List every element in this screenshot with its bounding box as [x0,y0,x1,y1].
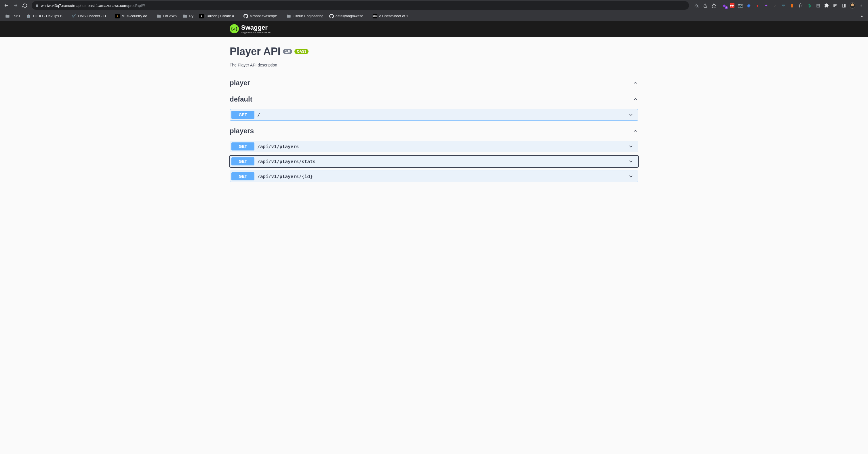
lock-icon [35,4,38,7]
folder-icon [183,14,187,19]
chevron-down-icon [628,112,637,118]
bookmark-item[interactable]: Py [181,12,196,20]
operation-block[interactable]: GET/api/v1/players [230,141,638,152]
bookmark-label: detailyang/aweso… [336,14,367,18]
browser-chrome: whrtwu43q7.execute-api.us-east-1.amazona… [0,0,868,21]
github-icon [329,14,334,19]
bookmark-label: Multi-country do… [121,14,151,18]
chevron-down-icon [628,143,637,149]
bookmark-star-icon[interactable] [711,3,717,8]
forward-button[interactable] [11,1,20,9]
swagger-brand-subtext: Supported by SMARTBEAR [241,31,271,33]
bookmark-label: Github Engineering [293,14,323,18]
tag-header[interactable]: default [230,92,638,106]
bookmark-label: airbnb/javascript:… [250,14,281,18]
bookmark-item[interactable]: ✔️DNS Checker - D… [69,12,112,20]
extension-icon-8[interactable]: ⚛ [780,3,786,8]
bookmark-favicon: C [199,14,204,19]
url-actions [692,3,718,8]
bookmark-item[interactable]: DEVA CheatSheet of 1… [370,12,414,20]
extension-icon-1[interactable]: ◆ [721,3,727,8]
operations-list: GET/ [230,109,638,121]
github-icon [244,14,248,19]
operation-path: / [257,112,628,118]
bookmark-item[interactable]: airbnb/javascript:… [241,12,283,20]
operation-block[interactable]: GET/api/v1/players/{id} [230,171,638,182]
api-version-badge: 1.0 [283,49,292,54]
url-text: whrtwu43q7.execute-api.us-east-1.amazona… [41,3,145,8]
side-panel-icon[interactable] [841,3,847,8]
http-method-badge: GET [231,172,254,181]
bookmark-label: Py [189,14,193,18]
reload-button[interactable] [21,1,29,9]
reading-list-icon[interactable] [832,3,838,8]
tag-header[interactable]: player [230,76,638,90]
svg-point-4 [861,5,862,6]
folder-icon [157,14,161,19]
http-method-badge: GET [231,157,254,165]
extension-icon-3[interactable]: 📷 [737,3,743,8]
browser-menu-button[interactable] [858,3,864,8]
folder-icon [286,14,291,19]
bookmark-item[interactable]: Github Engineering [284,12,326,20]
operation-path: /api/v1/players/stats [257,159,628,164]
api-title: Player API [230,45,281,58]
tag-name: player [230,79,250,87]
svg-point-3 [861,4,862,5]
bookmarks-bar: ES6+🤖TODO - DevOps B…✔️DNS Checker - D…C… [0,11,868,21]
extension-icon-2[interactable]: ▶▶ [730,3,735,8]
profile-avatar[interactable] [849,3,855,8]
operations-list: GET/api/v1/playersGET/api/v1/players/sta… [230,141,638,182]
svg-marker-0 [712,3,716,7]
back-button[interactable] [2,1,10,9]
tag-section-player: player [230,76,638,90]
extension-icon-7[interactable]: ○ [772,3,778,8]
swagger-logo-icon: {∴} [230,24,239,33]
bookmark-item[interactable]: CMulti-country do… [113,12,153,20]
swagger-brand-text: Swagger [241,25,271,31]
extension-icon-12[interactable]: ▤ [815,3,821,8]
http-method-badge: GET [231,111,254,119]
extension-icon-9[interactable]: ▮ [789,3,795,8]
extension-icon-10[interactable]: f? [798,3,804,8]
bookmarks-overflow-button[interactable]: » [859,13,865,19]
extension-icon-11[interactable]: ◎ [806,3,812,8]
folder-icon [5,14,10,19]
api-info: Player API 1.0 OAS3 The Player API descr… [230,45,638,67]
bookmark-item[interactable]: detailyang/aweso… [327,12,369,20]
extension-icons: ◆ ▶▶ 📷 ◉ ● ✦ ○ ⚛ ▮ f? ◎ ▤ [719,3,866,8]
extension-icon-4[interactable]: ◉ [746,3,752,8]
tag-section-default: defaultGET/ [230,92,638,121]
translate-icon[interactable] [693,3,699,8]
operation-block[interactable]: GET/ [230,109,638,121]
bookmark-item[interactable]: For AWS [154,12,180,20]
tag-header[interactable]: players [230,124,638,138]
bookmark-favicon: 🤖 [26,14,31,19]
browser-toolbar: whrtwu43q7.execute-api.us-east-1.amazona… [0,0,868,11]
chevron-up-icon [632,80,638,86]
extension-icon-6[interactable]: ✦ [763,3,769,8]
oas-badge: OAS3 [294,49,309,54]
operation-block[interactable]: GET/api/v1/players/stats [230,156,638,167]
operation-path: /api/v1/players [257,144,628,149]
extension-icon-5[interactable]: ● [754,3,761,8]
bookmark-label: ES6+ [11,14,21,18]
bookmark-favicon: C [115,14,120,19]
bookmark-favicon: ✔️ [72,14,76,19]
chevron-down-icon [628,159,637,164]
http-method-badge: GET [231,142,254,151]
swagger-logo[interactable]: {∴} Swagger Supported by SMARTBEAR [230,24,271,33]
svg-rect-1 [842,4,845,7]
bookmark-label: TODO - DevOps B… [33,14,66,18]
svg-point-5 [861,6,862,7]
bookmark-item[interactable]: ES6+ [3,12,23,20]
bookmark-item[interactable]: CCarbon | Create a… [197,12,240,20]
operation-path: /api/v1/players/{id} [257,174,628,179]
extensions-button[interactable] [824,3,830,8]
chevron-down-icon [628,173,637,179]
bookmark-item[interactable]: 🤖TODO - DevOps B… [24,12,68,20]
url-bar[interactable]: whrtwu43q7.execute-api.us-east-1.amazona… [32,1,689,10]
tag-section-players: playersGET/api/v1/playersGET/api/v1/play… [230,124,638,182]
share-icon[interactable] [702,3,708,8]
api-description: The Player API description [230,63,638,67]
